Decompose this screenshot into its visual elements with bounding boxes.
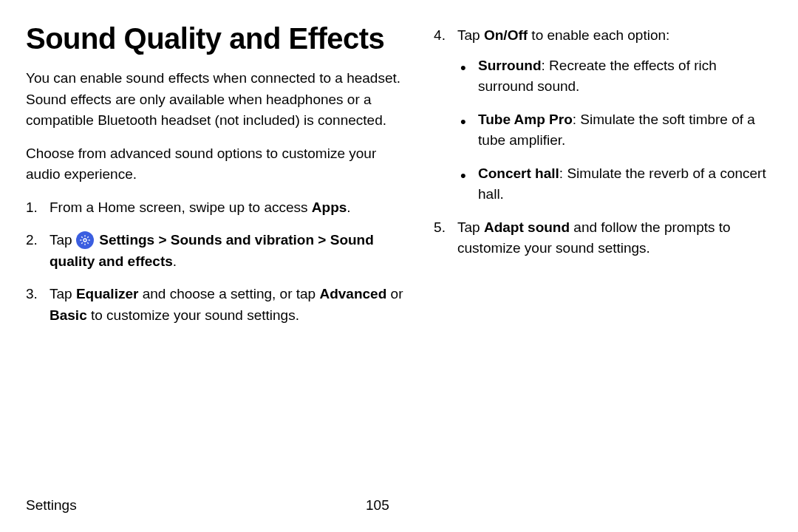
step-3-or: or	[386, 286, 403, 301]
step-2-settings: Settings	[99, 232, 154, 248]
page-footer: Settings 105	[26, 497, 768, 514]
step-3-basic: Basic	[50, 307, 87, 323]
step-4-tap: Tap	[457, 27, 484, 43]
option-tube-amp-title: Tube Amp Pro	[478, 112, 573, 127]
step-3: Tap Equalizer and choose a setting, or t…	[26, 284, 404, 326]
page-title: Sound Quality and Effects	[26, 22, 404, 55]
steps-list-right: Tap On/Off to enable each option: Surrou…	[434, 25, 768, 259]
step-2: Tap Settings > Sounds and vibration > So…	[26, 230, 404, 272]
step-3-tap: Tap	[50, 286, 76, 301]
step-2-post: .	[173, 253, 177, 269]
intro-paragraph-2: Choose from advanced sound options to cu…	[26, 143, 404, 185]
step-1-text-post: .	[347, 200, 350, 215]
option-tube-amp: Tube Amp Pro: Simulate the soft timbre o…	[457, 109, 768, 151]
step-3-mid1: and choose a setting, or tap	[138, 286, 319, 301]
intro-paragraph-1: You can enable sound effects when connec…	[26, 68, 404, 132]
step-3-equalizer: Equalizer	[76, 286, 138, 301]
settings-icon	[76, 231, 94, 249]
step-5-adapt: Adapt sound	[484, 219, 570, 235]
step-1-apps: Apps	[312, 200, 347, 215]
footer-page-number: 105	[366, 497, 389, 514]
step-2-sounds: Sounds and vibration	[171, 232, 314, 248]
step-2-gt2: >	[314, 232, 330, 248]
step-2-gt1: >	[154, 232, 171, 248]
steps-list-left: From a Home screen, swipe up to access A…	[26, 197, 404, 327]
step-5: Tap Adapt sound and follow the prompts t…	[434, 217, 768, 259]
step-1: From a Home screen, swipe up to access A…	[26, 197, 404, 219]
option-surround-title: Surround	[478, 58, 542, 73]
footer-section-label: Settings	[26, 497, 366, 514]
step-4-post: to enable each option:	[528, 27, 669, 43]
step-5-tap: Tap	[457, 219, 484, 235]
option-surround: Surround: Recreate the effects of rich s…	[457, 55, 768, 98]
step-4-onoff: On/Off	[484, 27, 528, 43]
svg-point-0	[83, 239, 86, 242]
option-concert-hall: Concert hall: Simulate the reverb of a c…	[457, 163, 768, 205]
step-3-post: to customize your sound settings.	[87, 307, 299, 323]
step-4: Tap On/Off to enable each option: Surrou…	[434, 25, 768, 205]
step-3-advanced: Advanced	[319, 286, 386, 301]
step-2-tap: Tap	[50, 232, 76, 248]
step-1-text-pre: From a Home screen, swipe up to access	[50, 200, 312, 215]
options-list: Surround: Recreate the effects of rich s…	[457, 55, 768, 205]
option-concert-hall-title: Concert hall	[478, 166, 559, 181]
